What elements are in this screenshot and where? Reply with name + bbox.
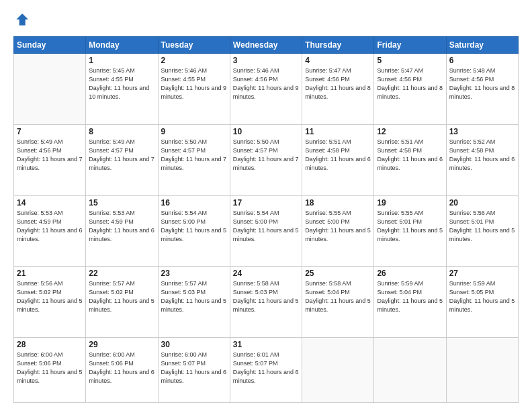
calendar-cell: 19Sunrise: 5:55 AM Sunset: 5:01 PM Dayli… [374,195,446,267]
calendar-cell: 3Sunrise: 5:46 AM Sunset: 4:56 PM Daylig… [230,54,302,125]
day-number: 13 [449,127,515,136]
calendar-cell: 9Sunrise: 5:50 AM Sunset: 4:57 PM Daylig… [158,124,230,195]
page: SundayMondayTuesdayWednesdayThursdayFrid… [0,0,532,411]
day-number: 19 [377,198,443,208]
day-info: Sunrise: 5:58 AM Sunset: 5:03 PM Dayligh… [233,279,299,314]
day-info: Sunrise: 5:53 AM Sunset: 4:59 PM Dayligh… [89,209,154,244]
calendar-cell: 10Sunrise: 5:50 AM Sunset: 4:57 PM Dayli… [230,124,302,195]
calendar-cell: 17Sunrise: 5:54 AM Sunset: 5:00 PM Dayli… [230,195,302,267]
day-info: Sunrise: 5:56 AM Sunset: 5:01 PM Dayligh… [449,209,515,244]
day-info: Sunrise: 5:49 AM Sunset: 4:57 PM Dayligh… [89,138,154,173]
calendar-cell: 1Sunrise: 5:45 AM Sunset: 4:55 PM Daylig… [86,54,158,125]
calendar-cell: 2Sunrise: 5:46 AM Sunset: 4:55 PM Daylig… [158,54,230,125]
weekday-header-row: SundayMondayTuesdayWednesdayThursdayFrid… [14,37,519,54]
day-number: 18 [305,198,371,208]
day-number: 1 [89,56,154,65]
calendar-cell [302,338,374,403]
day-info: Sunrise: 5:57 AM Sunset: 5:03 PM Dayligh… [161,279,227,314]
day-info: Sunrise: 5:47 AM Sunset: 4:56 PM Dayligh… [305,66,371,101]
day-info: Sunrise: 5:57 AM Sunset: 5:02 PM Dayligh… [89,279,154,314]
day-info: Sunrise: 5:55 AM Sunset: 5:00 PM Dayligh… [305,209,371,244]
day-number: 27 [449,269,515,278]
logo-icon [15,12,30,27]
weekday-header-sunday: Sunday [14,37,86,54]
calendar-cell: 8Sunrise: 5:49 AM Sunset: 4:57 PM Daylig… [86,124,158,195]
calendar-cell [374,338,446,403]
week-row-5: 28Sunrise: 6:00 AM Sunset: 5:06 PM Dayli… [14,338,519,403]
day-info: Sunrise: 6:00 AM Sunset: 5:07 PM Dayligh… [161,351,227,385]
day-number: 6 [449,56,515,65]
calendar-table: SundayMondayTuesdayWednesdayThursdayFrid… [13,36,519,403]
weekday-header-monday: Monday [86,37,158,54]
day-info: Sunrise: 5:50 AM Sunset: 4:57 PM Dayligh… [161,138,227,173]
day-number: 31 [233,340,299,349]
day-number: 17 [233,198,299,208]
day-number: 23 [161,269,227,278]
calendar-cell: 18Sunrise: 5:55 AM Sunset: 5:00 PM Dayli… [302,195,374,267]
day-info: Sunrise: 5:54 AM Sunset: 5:00 PM Dayligh… [161,209,227,244]
day-info: Sunrise: 5:45 AM Sunset: 4:55 PM Dayligh… [89,66,154,101]
calendar-cell: 24Sunrise: 5:58 AM Sunset: 5:03 PM Dayli… [230,267,302,338]
day-number: 10 [233,127,299,136]
calendar-cell: 12Sunrise: 5:51 AM Sunset: 4:58 PM Dayli… [374,124,446,195]
day-info: Sunrise: 5:55 AM Sunset: 5:01 PM Dayligh… [377,209,443,244]
calendar-cell: 15Sunrise: 5:53 AM Sunset: 4:59 PM Dayli… [86,195,158,267]
day-number: 4 [305,56,371,65]
day-info: Sunrise: 5:46 AM Sunset: 4:56 PM Dayligh… [233,66,299,101]
calendar-cell: 25Sunrise: 5:58 AM Sunset: 5:04 PM Dayli… [302,267,374,338]
day-number: 11 [305,127,371,136]
calendar-cell: 7Sunrise: 5:49 AM Sunset: 4:56 PM Daylig… [14,124,86,195]
day-info: Sunrise: 5:54 AM Sunset: 5:00 PM Dayligh… [233,209,299,244]
day-info: Sunrise: 5:52 AM Sunset: 4:58 PM Dayligh… [449,138,515,173]
day-info: Sunrise: 5:46 AM Sunset: 4:55 PM Dayligh… [161,66,227,101]
day-info: Sunrise: 5:59 AM Sunset: 5:05 PM Dayligh… [449,279,515,314]
calendar-cell: 22Sunrise: 5:57 AM Sunset: 5:02 PM Dayli… [86,267,158,338]
day-info: Sunrise: 5:47 AM Sunset: 4:56 PM Dayligh… [377,66,443,101]
day-info: Sunrise: 5:56 AM Sunset: 5:02 PM Dayligh… [17,279,83,314]
day-number: 12 [377,127,443,136]
day-info: Sunrise: 5:51 AM Sunset: 4:58 PM Dayligh… [305,138,371,173]
calendar-cell: 23Sunrise: 5:57 AM Sunset: 5:03 PM Dayli… [158,267,230,338]
day-number: 24 [233,269,299,278]
day-number: 15 [89,198,154,208]
calendar-cell: 31Sunrise: 6:01 AM Sunset: 5:07 PM Dayli… [230,338,302,403]
calendar-cell: 16Sunrise: 5:54 AM Sunset: 5:00 PM Dayli… [158,195,230,267]
calendar-cell: 5Sunrise: 5:47 AM Sunset: 4:56 PM Daylig… [374,54,446,125]
day-number: 21 [17,269,83,278]
day-info: Sunrise: 6:00 AM Sunset: 5:06 PM Dayligh… [89,351,154,385]
calendar-cell: 27Sunrise: 5:59 AM Sunset: 5:05 PM Dayli… [446,267,518,338]
day-number: 3 [233,56,299,65]
day-number: 28 [17,340,83,349]
calendar-cell: 14Sunrise: 5:53 AM Sunset: 4:59 PM Dayli… [14,195,86,267]
day-number: 7 [17,127,83,136]
day-info: Sunrise: 6:01 AM Sunset: 5:07 PM Dayligh… [233,351,299,385]
calendar-cell: 4Sunrise: 5:47 AM Sunset: 4:56 PM Daylig… [302,54,374,125]
day-number: 29 [89,340,154,349]
calendar-cell: 21Sunrise: 5:56 AM Sunset: 5:02 PM Dayli… [14,267,86,338]
day-number: 9 [161,127,227,136]
day-number: 30 [161,340,227,349]
header [13,12,519,30]
calendar-cell: 26Sunrise: 5:59 AM Sunset: 5:04 PM Dayli… [374,267,446,338]
day-number: 16 [161,198,227,208]
calendar-cell: 6Sunrise: 5:48 AM Sunset: 4:56 PM Daylig… [446,54,518,125]
calendar-cell: 30Sunrise: 6:00 AM Sunset: 5:07 PM Dayli… [158,338,230,403]
week-row-3: 14Sunrise: 5:53 AM Sunset: 4:59 PM Dayli… [14,195,519,267]
calendar-cell: 20Sunrise: 5:56 AM Sunset: 5:01 PM Dayli… [446,195,518,267]
day-number: 14 [17,198,83,208]
day-info: Sunrise: 5:50 AM Sunset: 4:57 PM Dayligh… [233,138,299,173]
calendar-cell [14,54,86,125]
calendar-cell [446,338,518,403]
day-number: 22 [89,269,154,278]
weekday-header-friday: Friday [374,37,446,54]
calendar-cell: 11Sunrise: 5:51 AM Sunset: 4:58 PM Dayli… [302,124,374,195]
day-info: Sunrise: 5:48 AM Sunset: 4:56 PM Dayligh… [449,66,515,101]
day-number: 25 [305,269,371,278]
day-number: 2 [161,56,227,65]
weekday-header-thursday: Thursday [302,37,374,54]
calendar-cell: 29Sunrise: 6:00 AM Sunset: 5:06 PM Dayli… [86,338,158,403]
week-row-4: 21Sunrise: 5:56 AM Sunset: 5:02 PM Dayli… [14,267,519,338]
weekday-header-wednesday: Wednesday [230,37,302,54]
day-info: Sunrise: 6:00 AM Sunset: 5:06 PM Dayligh… [17,351,83,385]
day-info: Sunrise: 5:59 AM Sunset: 5:04 PM Dayligh… [377,279,443,314]
